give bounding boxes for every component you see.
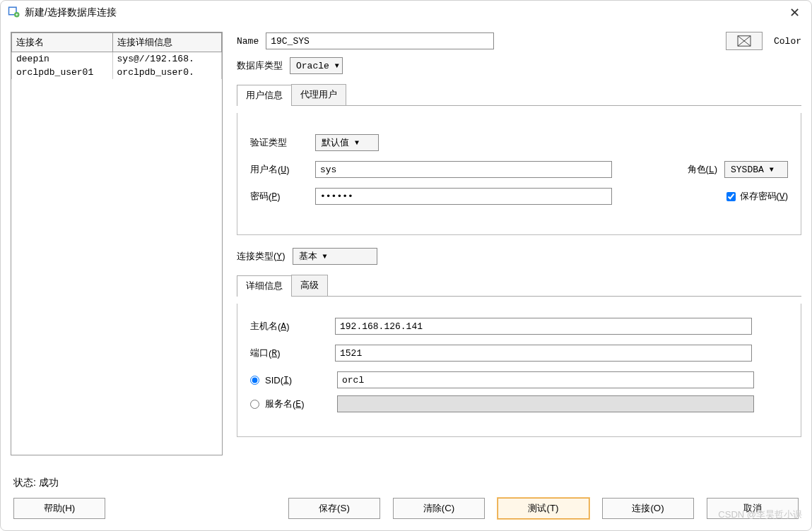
- service-radio[interactable]: [250, 400, 259, 409]
- auth-type-select[interactable]: 默认值 ▼: [315, 134, 379, 151]
- close-icon[interactable]: ✕: [785, 5, 804, 20]
- table-row[interactable]: deepin sys@//192.168.: [11, 52, 222, 66]
- save-password-label: 保存密码(V): [740, 190, 789, 203]
- chevron-down-icon: ▼: [355, 139, 359, 147]
- cancel-button[interactable]: 取消: [707, 498, 799, 519]
- chevron-down-icon: ▼: [323, 253, 327, 261]
- port-label: 端口(R): [250, 347, 328, 359]
- host-input[interactable]: [335, 318, 752, 335]
- password-input[interactable]: [315, 188, 612, 205]
- host-label: 主机名(A): [250, 320, 328, 333]
- name-label: Name: [237, 36, 259, 47]
- app-icon: [8, 6, 20, 20]
- conn-type-label: 连接类型(Y): [237, 250, 286, 263]
- sid-input[interactable]: [337, 371, 754, 388]
- connections-table[interactable]: 连接名 连接详细信息 deepin sys@//192.168. orclpdb…: [11, 32, 223, 455]
- table-row[interactable]: orclpdb_user01 orclpdb_user0.: [11, 66, 222, 79]
- dbtype-label: 数据库类型: [237, 59, 283, 72]
- tab-advanced[interactable]: 高级: [291, 275, 328, 296]
- password-label: 密码(P): [250, 190, 308, 203]
- sid-radio[interactable]: [250, 376, 259, 385]
- chevron-down-icon: ▼: [335, 62, 339, 70]
- color-label: Color: [774, 36, 801, 47]
- save-button[interactable]: 保存(S): [288, 498, 380, 519]
- help-button[interactable]: 帮助(H): [13, 498, 105, 519]
- tab-detail[interactable]: 详细信息: [237, 275, 292, 297]
- window-title: 新建/选择数据库连接: [25, 6, 117, 19]
- role-label: 角色(L): [688, 163, 718, 176]
- sid-label: SID(I): [265, 375, 331, 386]
- conn-type-select[interactable]: 基本 ▼: [293, 248, 377, 265]
- role-select[interactable]: SYSDBA ▼: [724, 161, 788, 178]
- test-button[interactable]: 测试(T): [498, 498, 589, 519]
- clear-button[interactable]: 清除(C): [393, 498, 485, 519]
- port-input[interactable]: [335, 345, 752, 362]
- service-label: 服务名(E): [265, 398, 331, 410]
- username-label: 用户名(U): [250, 163, 308, 176]
- status-text: 状态: 成功: [1, 471, 811, 498]
- connect-button[interactable]: 连接(O): [602, 498, 694, 519]
- col-conn-detail[interactable]: 连接详细信息: [112, 33, 221, 52]
- auth-type-label: 验证类型: [250, 136, 308, 149]
- dbtype-select[interactable]: Oracle ▼: [290, 57, 343, 74]
- username-input[interactable]: [315, 161, 612, 178]
- service-input: [337, 395, 754, 412]
- color-button[interactable]: [726, 32, 763, 50]
- tab-user-info[interactable]: 用户信息: [237, 85, 292, 106]
- col-conn-name[interactable]: 连接名: [12, 33, 113, 52]
- chevron-down-icon: ▼: [770, 166, 774, 174]
- name-input[interactable]: [266, 32, 493, 49]
- tab-proxy-user[interactable]: 代理用户: [291, 84, 346, 105]
- save-password-checkbox[interactable]: [726, 192, 736, 201]
